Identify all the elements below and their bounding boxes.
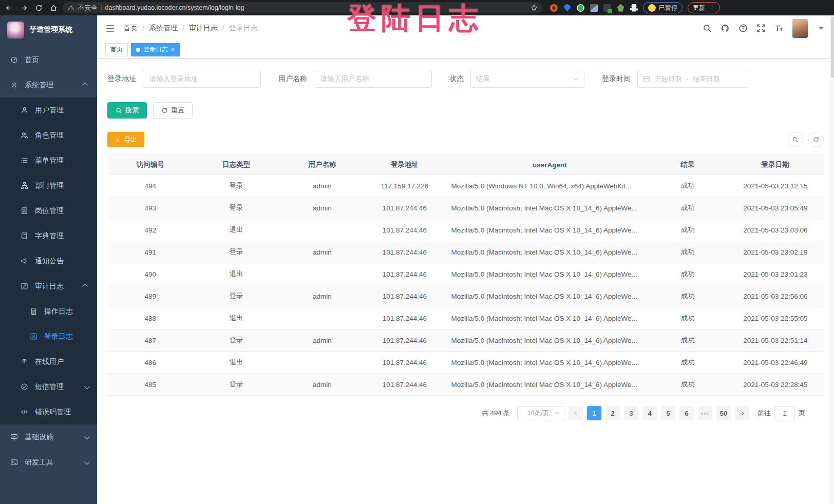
- cell-ip: 101.87.244.46: [365, 329, 444, 352]
- sidebar-item-system-management[interactable]: 系统管理: [0, 72, 97, 98]
- toggle-search-tool-button[interactable]: [788, 132, 803, 147]
- login-address-input[interactable]: [143, 70, 261, 88]
- user-avatar[interactable]: [792, 19, 808, 38]
- cell-type: 登录: [193, 241, 279, 263]
- sidebar-item-post-management[interactable]: 岗位管理: [0, 198, 97, 223]
- sidebar-item-dev-tools[interactable]: 研发工具: [0, 450, 97, 475]
- extension-icon-gem[interactable]: [563, 4, 571, 12]
- page-size-select[interactable]: 10条/页: [517, 406, 564, 420]
- table-row: 487登录admin101.87.244.46Mozilla/5.0 (Maci…: [107, 329, 824, 352]
- window-scrollbar[interactable]: [830, 15, 834, 504]
- page-button-6[interactable]: 6: [679, 406, 694, 420]
- page-button-50[interactable]: 50: [716, 406, 731, 420]
- table-row: 489登录admin101.87.244.46Mozilla/5.0 (Maci…: [107, 285, 824, 307]
- search-button[interactable]: 搜索: [107, 102, 147, 119]
- extension-icon-orange[interactable]: [550, 4, 558, 12]
- profile-chip[interactable]: 已暂停: [643, 2, 683, 13]
- extension-icon-green-circle[interactable]: [577, 4, 584, 12]
- cell-id: 492: [107, 219, 193, 241]
- browser-back-icon[interactable]: [5, 4, 13, 12]
- breadcrumb-item[interactable]: 审计日志: [189, 24, 218, 33]
- browser-toolbar: 不安全 dashboard.yudao.iocoder.cn/system/lo…: [0, 0, 834, 15]
- login-log-icon: [30, 333, 37, 340]
- role-management-icon: [21, 131, 28, 139]
- page-button-2[interactable]: 2: [605, 406, 620, 420]
- cell-date: 2021-05-03 22:46:49: [727, 352, 824, 374]
- sidebar-logo-row[interactable]: 芋道管理系统: [0, 15, 97, 44]
- table-row: 486退出101.87.244.46Mozilla/5.0 (Macintosh…: [107, 352, 824, 374]
- sidebar-item-home[interactable]: 首页: [0, 47, 97, 72]
- sidebar-item-menu-management[interactable]: 菜单管理: [0, 148, 97, 173]
- cell-type: 退出: [193, 263, 279, 285]
- help-icon[interactable]: [738, 24, 748, 33]
- address-bar[interactable]: 不安全 dashboard.yudao.iocoder.cn/system/lo…: [63, 2, 543, 13]
- username-input[interactable]: [314, 70, 432, 88]
- prev-page-button[interactable]: [568, 406, 583, 420]
- extension-icon-puzzle[interactable]: [630, 4, 638, 12]
- page-button-3[interactable]: 3: [624, 406, 638, 420]
- page-suffix-label: 页: [799, 409, 805, 418]
- chevron-down-icon[interactable]: [817, 24, 826, 33]
- browser-forward-icon[interactable]: [20, 4, 28, 12]
- hamburger-icon[interactable]: [105, 24, 115, 33]
- filter-form: 登录地址 用户名称 状态 结果 登录时间: [107, 70, 824, 88]
- login-time-range-picker[interactable]: 开始日期 - 结束日期: [637, 70, 748, 88]
- tags-view-bar: 首页登录日志×: [97, 41, 834, 59]
- browser-menu-kebab-icon[interactable]: ⋮: [709, 5, 715, 11]
- sidebar-item-infrastructure[interactable]: 基础设施: [0, 424, 97, 450]
- fullscreen-icon[interactable]: [756, 24, 766, 33]
- status-select[interactable]: 结果: [470, 70, 584, 88]
- browser-home-icon[interactable]: [50, 4, 58, 12]
- github-icon[interactable]: [721, 24, 730, 33]
- breadcrumb-item[interactable]: 系统管理: [149, 24, 178, 33]
- tag-close-icon[interactable]: ×: [171, 47, 175, 53]
- page-ellipsis[interactable]: •••: [698, 406, 712, 420]
- profile-avatar-emoji: [648, 4, 656, 12]
- reset-button[interactable]: 重置: [153, 102, 193, 119]
- font-size-icon[interactable]: [774, 24, 784, 33]
- notice-announcement-icon: [21, 257, 28, 265]
- sidebar-item-online-users[interactable]: 在线用户: [0, 349, 97, 374]
- cell-type: 退出: [193, 352, 279, 374]
- sidebar-item-sms-management[interactable]: 短信管理: [0, 374, 97, 399]
- bookmark-star-icon[interactable]: [530, 4, 538, 11]
- sidebar-item-role-management[interactable]: 角色管理: [0, 123, 97, 148]
- sidebar-item-error-code-management[interactable]: 错误码管理: [0, 399, 97, 424]
- sidebar-item-dept-management[interactable]: 部门管理: [0, 173, 97, 198]
- export-button[interactable]: 导出: [107, 132, 144, 147]
- page-button-4[interactable]: 4: [642, 406, 657, 420]
- goto-page-input[interactable]: [774, 406, 795, 420]
- column-header-ip: 登录地址: [365, 155, 444, 175]
- sidebar-item-label: 用户管理: [35, 106, 64, 115]
- cell-type: 退出: [193, 219, 279, 241]
- page-button-1[interactable]: 1: [587, 406, 601, 420]
- next-page-button[interactable]: [735, 406, 749, 420]
- sidebar-item-login-log[interactable]: 登录日志: [0, 324, 97, 349]
- update-button[interactable]: 更新 ⋮: [688, 2, 720, 13]
- tag-active[interactable]: 登录日志×: [131, 43, 180, 56]
- extension-icon-leaf[interactable]: [617, 4, 624, 12]
- breadcrumb-item[interactable]: 首页: [123, 24, 138, 33]
- extension-icon-list-on[interactable]: [603, 4, 611, 12]
- cell-ip: 117.159.17.226: [365, 175, 444, 197]
- page-button-5[interactable]: 5: [661, 406, 675, 420]
- sidebar-item-dict-management[interactable]: 字典管理: [0, 223, 97, 248]
- scrollbar-thumb[interactable]: [831, 16, 834, 78]
- date-range-separator: -: [686, 75, 688, 83]
- extension-icon-grid[interactable]: [590, 4, 598, 12]
- sidebar-item-operation-log[interactable]: 操作日志: [0, 299, 97, 324]
- sidebar-item-user-management[interactable]: 用户管理: [0, 98, 97, 123]
- cell-result: 成功: [648, 352, 727, 374]
- cell-date: 2021-05-03 22:28:45: [727, 374, 824, 396]
- sidebar-item-audit-log[interactable]: 审计日志: [0, 274, 97, 299]
- refresh-table-tool-button[interactable]: [808, 132, 824, 147]
- browser-reload-icon[interactable]: [35, 4, 43, 12]
- search-icon[interactable]: [703, 24, 712, 33]
- refresh-icon: [812, 136, 820, 143]
- tag-item[interactable]: 首页: [105, 43, 128, 56]
- breadcrumb: 首页/系统管理/审计日志/登录日志: [123, 24, 258, 33]
- chevron-left-icon: [573, 411, 579, 416]
- sidebar-item-notice-announcement[interactable]: 通知公告: [0, 248, 97, 274]
- cell-username: admin: [279, 241, 365, 263]
- cell-date: 2021-05-03 22:51:14: [727, 329, 824, 352]
